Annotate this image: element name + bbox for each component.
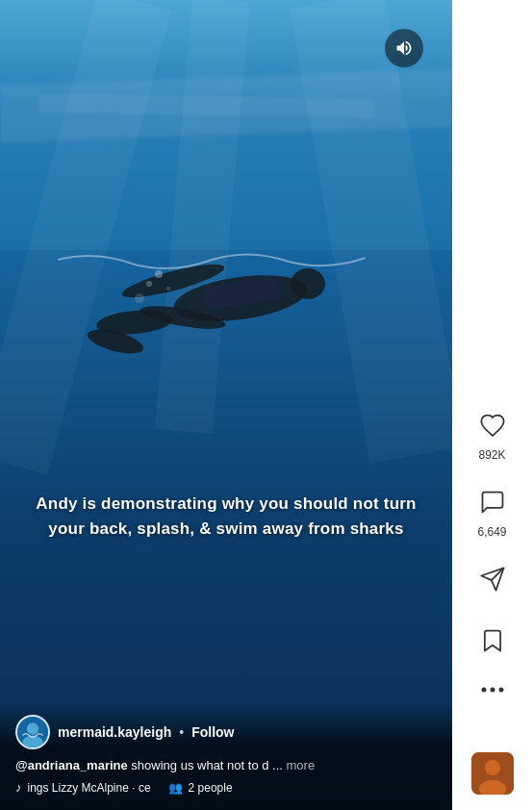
- sound-button[interactable]: [385, 29, 423, 67]
- video-caption: Andy is demonstrating why you should not…: [29, 492, 423, 541]
- dot-separator: •: [179, 724, 184, 740]
- avatar[interactable]: [15, 715, 50, 749]
- like-action[interactable]: 892K: [471, 404, 514, 462]
- music-row: ♪ ings Lizzy McAlpine · ce 👥 2 people: [15, 780, 437, 795]
- svg-rect-22: [471, 752, 514, 795]
- svg-point-8: [146, 281, 152, 287]
- music-note-icon: ♪: [15, 780, 22, 795]
- save-action[interactable]: [471, 620, 514, 662]
- description-row: @andriana_marine showing us what not to …: [15, 757, 437, 774]
- share-icon-wrap[interactable]: [471, 558, 514, 600]
- more-action[interactable]: [479, 681, 506, 698]
- comment-count: 6,649: [477, 525, 506, 539]
- swimmer-figure: [58, 212, 366, 385]
- share-action[interactable]: [471, 558, 514, 600]
- bottom-info-bar: mermaid.kayleigh • Follow @andriana_mari…: [0, 703, 452, 810]
- follow-button[interactable]: Follow: [191, 724, 234, 740]
- people-count: 2 people: [189, 781, 233, 795]
- comment-action[interactable]: 6,649: [471, 481, 514, 539]
- more-icon-wrap[interactable]: [479, 681, 506, 698]
- people-icon: 👥: [168, 781, 183, 795]
- like-count: 892K: [478, 448, 505, 462]
- svg-point-16: [481, 688, 486, 693]
- mention[interactable]: @andriana_marine: [15, 758, 128, 772]
- video-container[interactable]: Andy is demonstrating why you should not…: [0, 0, 452, 810]
- username: mermaid.kayleigh: [58, 724, 171, 740]
- profile-thumbnail[interactable]: [471, 752, 514, 795]
- music-text: ings Lizzy McAlpine · ce: [28, 781, 151, 795]
- description-text: showing us what not to d ...: [131, 758, 283, 772]
- right-sidebar: 892K 6,649: [452, 0, 532, 810]
- save-icon-wrap[interactable]: [471, 620, 514, 662]
- svg-point-10: [135, 293, 144, 303]
- comment-icon-wrap[interactable]: [471, 481, 514, 523]
- svg-point-7: [155, 270, 163, 278]
- svg-point-17: [490, 688, 494, 693]
- svg-point-9: [166, 287, 170, 291]
- svg-point-18: [498, 688, 503, 693]
- user-row: mermaid.kayleigh • Follow: [15, 715, 437, 749]
- svg-point-12: [27, 722, 38, 734]
- more-link[interactable]: more: [287, 758, 316, 772]
- like-icon-wrap[interactable]: [471, 404, 514, 446]
